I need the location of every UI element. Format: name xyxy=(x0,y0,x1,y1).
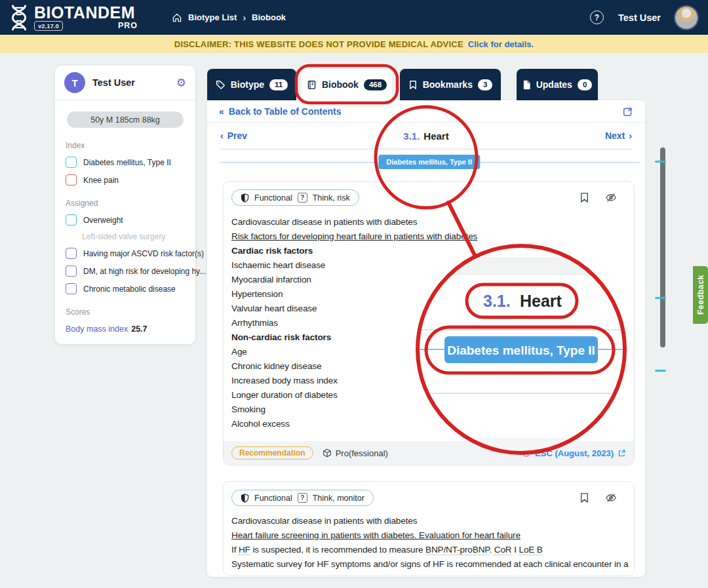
chevron-right-icon: › xyxy=(629,130,632,141)
body-line: Risk factors for developing heart failur… xyxy=(231,229,629,244)
navbar-user-name[interactable]: Test User xyxy=(618,12,661,23)
index-item-knee-pain[interactable]: Knee pain xyxy=(66,174,185,186)
score-bmi: Body mass index25.7 xyxy=(66,324,185,334)
card-body: Cardiovascular disease in patients with … xyxy=(224,506,634,572)
breadcrumb-current[interactable]: Biobook xyxy=(252,12,286,22)
checkbox-icon[interactable] xyxy=(66,283,77,294)
book-icon xyxy=(307,80,317,90)
biobook-card-risk: Functional ? Think, risk Cardiovasc xyxy=(223,181,635,465)
bookmark-icon[interactable] xyxy=(579,192,590,203)
body-line: Valvular heart disease xyxy=(231,302,629,316)
checkbox-icon[interactable] xyxy=(66,214,77,225)
brand-logo[interactable]: BIOTandem v2.17.0 PRO xyxy=(8,3,138,32)
top-navbar: BIOTandem v2.17.0 PRO Biotype List › Bio… xyxy=(0,0,708,35)
body-line: Smoking xyxy=(231,402,629,417)
disclaimer-banner: DISCLAIMER: THIS WEBSITE DOES NOT PROVID… xyxy=(0,35,708,53)
prev-button[interactable]: ‹ Prev xyxy=(220,130,247,141)
feedback-button[interactable]: Feedback xyxy=(693,266,708,324)
scrollbar-match-tick xyxy=(655,297,666,299)
next-button[interactable]: Next › xyxy=(605,130,632,141)
biobook-card-monitor: Functional ? Think, monitor Cardiov xyxy=(223,481,635,576)
file-icon xyxy=(522,80,531,90)
eye-off-icon[interactable] xyxy=(605,192,617,203)
breadcrumb-home[interactable]: Biotype List xyxy=(188,12,237,22)
disclaimer-details-link[interactable]: Click for details. xyxy=(468,39,534,49)
assigned-item-valve-surgery: Left-sided valve surgery xyxy=(66,232,185,241)
tab-count-badge: 0 xyxy=(578,79,592,90)
divider xyxy=(220,149,632,149)
pro-label: PRO xyxy=(118,21,138,30)
back-to-toc-link[interactable]: « Back to Table of Contents xyxy=(219,106,341,117)
scrollbar-match-tick xyxy=(655,370,666,372)
eye-off-icon[interactable] xyxy=(605,492,617,503)
card-tags-pill: Functional ? Think, risk xyxy=(231,189,359,206)
assigned-item-overweight[interactable]: Overweight xyxy=(66,214,185,225)
app-screen: BIOTandem v2.17.0 PRO Biotype List › Bio… xyxy=(0,0,708,588)
globe-icon xyxy=(522,448,531,458)
body-line: Heart failure screening in patients with… xyxy=(231,528,629,543)
bmi-value: 25.7 xyxy=(131,324,147,334)
checkbox-icon[interactable] xyxy=(66,265,77,277)
patient-summary-pill: 50y M 185cm 88kg xyxy=(67,111,184,128)
user-avatar[interactable] xyxy=(675,7,698,29)
recommendation-badge: Recommendation xyxy=(231,446,313,460)
body-line: Cardiac risk factors xyxy=(231,244,629,258)
section-title: 3.1.Heart xyxy=(207,130,645,142)
body-line: Chronic kidney disease xyxy=(231,359,629,374)
chevrons-left-icon: « xyxy=(219,106,224,117)
body-line: Increased body mass index xyxy=(231,374,629,388)
audience-label: Pro(fessional) xyxy=(323,448,388,458)
tab-bookmarks[interactable]: Bookmarks 3 xyxy=(400,69,501,100)
checkbox-icon[interactable] xyxy=(66,174,77,186)
sidebar-user-name: Test User xyxy=(92,77,135,88)
body-line: Ischaemic heart disease xyxy=(231,258,629,273)
tab-biobook[interactable]: Biobook 468 xyxy=(302,69,392,100)
assigned-item-dm-risk[interactable]: DM, at high risk for developing hy... xyxy=(66,265,185,277)
body-line: Systematic survey for HF symptoms and/or… xyxy=(231,557,629,572)
index-item-diabetes[interactable]: Diabetes mellitus, Type II xyxy=(66,157,185,168)
gear-icon[interactable]: ⚙ xyxy=(176,76,186,90)
body-line: Cardiovascular disease in patients with … xyxy=(231,514,629,528)
assigned-item-ascvd[interactable]: Having major ASCVD risk factor(s) xyxy=(66,248,185,259)
diabetes-chip[interactable]: Diabetes mellitus, Type II xyxy=(378,155,480,169)
source-link[interactable]: ESC (August, 2023) xyxy=(522,448,626,458)
tab-count-badge: 11 xyxy=(269,79,288,90)
assigned-item-metabolic[interactable]: Chronic metabolic disease xyxy=(66,283,185,294)
bmi-link[interactable]: Body mass index xyxy=(66,324,128,334)
patient-sidebar: T Test User ⚙ 50y M 185cm 88kg Index Dia… xyxy=(55,66,195,344)
tab-biotype[interactable]: Biotype 11 xyxy=(207,69,296,100)
chevron-right-icon: › xyxy=(243,12,246,23)
bookmark-icon xyxy=(408,80,418,90)
tab-updates[interactable]: Updates 0 xyxy=(517,69,598,100)
body-line: Longer duration of diabetes xyxy=(231,388,629,402)
think-icon: ? xyxy=(298,193,307,203)
help-icon[interactable]: ? xyxy=(590,10,604,24)
functional-shield-icon xyxy=(241,193,249,203)
body-line: Non-cardiac risk factors xyxy=(231,330,629,345)
home-icon xyxy=(172,12,182,23)
version-badge: v2.17.0 xyxy=(34,21,63,31)
checkbox-icon[interactable] xyxy=(66,157,77,168)
assigned-section-label: Assigned xyxy=(66,199,185,208)
body-line: Myocardial infarction xyxy=(231,273,629,287)
cube-icon xyxy=(323,448,332,458)
body-line: Age xyxy=(231,345,629,359)
checkbox-icon[interactable] xyxy=(66,248,77,259)
chevron-left-icon: ‹ xyxy=(220,130,224,141)
functional-shield-icon xyxy=(241,494,249,503)
body-line: Arrhythmias xyxy=(231,316,629,330)
biobook-panel: « Back to Table of Contents ‹ Prev 3.1.H… xyxy=(207,100,645,577)
tab-count-badge: 468 xyxy=(364,79,387,90)
card-tags-pill: Functional ? Think, monitor xyxy=(231,490,374,506)
brand-name: BIOTandem xyxy=(34,5,138,20)
bookmark-icon[interactable] xyxy=(579,492,590,503)
open-in-window-icon[interactable] xyxy=(623,106,633,117)
scores-section-label: Scores xyxy=(66,307,185,317)
scrollbar-match-tick xyxy=(655,161,666,163)
tag-icon xyxy=(216,80,226,90)
tab-count-badge: 3 xyxy=(478,79,492,90)
body-line: Hypertension xyxy=(231,287,629,302)
disclaimer-text: DISCLAIMER: THIS WEBSITE DOES NOT PROVID… xyxy=(174,39,463,49)
breadcrumb: Biotype List › Biobook xyxy=(172,12,286,23)
scrollbar-thumb[interactable] xyxy=(660,147,665,347)
